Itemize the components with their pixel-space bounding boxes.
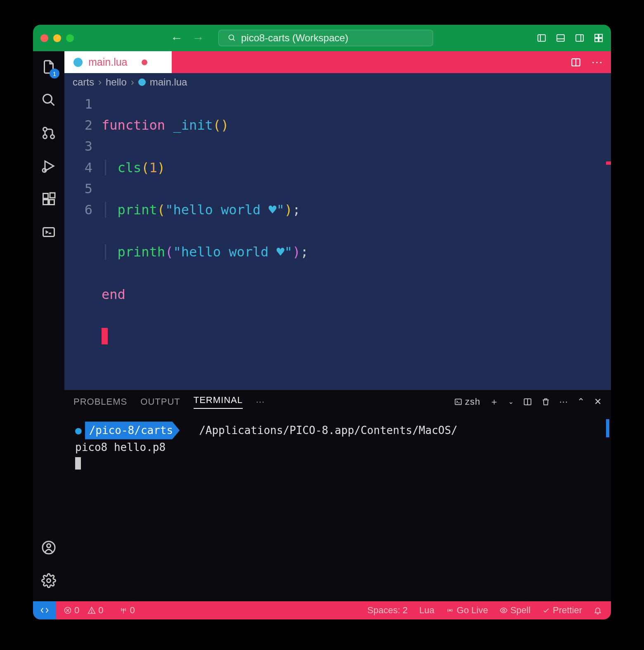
errors-count[interactable]: 0 [64, 605, 79, 616]
svg-point-27 [47, 579, 51, 583]
customize-layout-icon[interactable] [594, 33, 604, 43]
panel-maximize-button[interactable]: ⌃ [577, 396, 585, 407]
terminal-view[interactable]: ●/pico-8/carts /Applications/PICO-8.app/… [64, 413, 611, 601]
warnings-count[interactable]: 0 [88, 605, 103, 616]
panel-more-button[interactable]: ··· [559, 396, 568, 407]
settings-button[interactable] [41, 573, 56, 590]
lua-file-icon [73, 58, 83, 67]
accounts-button[interactable] [41, 540, 56, 557]
terminal-cursor [75, 457, 81, 470]
explorer-tab[interactable]: 1 [41, 59, 56, 76]
line-number: 4 [64, 157, 92, 178]
workbench-body: 1 [33, 51, 611, 601]
svg-point-0 [229, 35, 234, 40]
broadcast-icon [446, 606, 454, 614]
split-terminal-icon[interactable] [523, 397, 532, 406]
svg-rect-8 [595, 34, 598, 38]
dirty-indicator-icon [142, 59, 147, 65]
nav-back-button[interactable]: ← [170, 31, 183, 45]
prompt-path: /pico-8/carts [85, 422, 180, 439]
svg-point-42 [503, 610, 505, 612]
svg-line-1 [233, 39, 235, 41]
terminal-command-part: /Applications/PICO-8.app/Contents/MacOS/ [199, 424, 457, 436]
source-control-tab[interactable] [41, 126, 56, 142]
breadcrumb-seg[interactable]: main.lua [150, 76, 187, 88]
error-icon [64, 606, 72, 614]
split-editor-icon[interactable] [571, 57, 581, 68]
new-terminal-button[interactable]: ＋ [490, 396, 499, 408]
search-tab[interactable] [41, 93, 56, 109]
command-center[interactable]: pico8-carts (Workspace) [218, 30, 433, 46]
panel-close-button[interactable]: ✕ [594, 396, 602, 407]
svg-line-13 [51, 102, 54, 106]
layout-sidebar-left-icon[interactable] [537, 33, 547, 43]
svg-rect-30 [455, 399, 462, 404]
layout-sidebar-right-icon[interactable] [575, 33, 585, 43]
prompt-indicator-icon: ● [75, 424, 82, 436]
lua-file-icon [138, 78, 146, 86]
run-debug-tab[interactable] [41, 159, 56, 175]
go-live-button[interactable]: Go Live [446, 605, 488, 616]
breadcrumb[interactable]: carts › hello › main.lua [64, 73, 611, 91]
svg-rect-9 [599, 34, 602, 38]
minimize-window-button[interactable] [53, 34, 61, 42]
editor-cursor [102, 328, 108, 344]
svg-rect-21 [50, 200, 54, 205]
code-editor[interactable]: 1 2 3 4 5 6 function _init() │ cls(1) │ … [64, 91, 611, 390]
line-gutter: 1 2 3 4 5 6 [64, 91, 102, 390]
titlebar-right [537, 33, 604, 43]
terminal-dropdown-button[interactable]: ⌄ [508, 398, 514, 406]
tab-label: main.lua [88, 56, 128, 68]
panel-tab-terminal[interactable]: TERMINAL [194, 395, 243, 409]
nav-forward-button[interactable]: → [192, 31, 204, 45]
svg-point-38 [91, 612, 92, 613]
spaces-indicator[interactable]: Spaces: 2 [367, 605, 408, 616]
tab-actions: ⋯ [571, 51, 611, 73]
panel-tab-problems[interactable]: PROBLEMS [73, 396, 127, 407]
eye-icon [500, 606, 508, 614]
svg-rect-4 [557, 35, 564, 41]
svg-point-15 [51, 135, 54, 139]
svg-rect-22 [50, 193, 55, 198]
radio-tower-icon [119, 606, 128, 614]
breadcrumb-seg[interactable]: carts [73, 76, 94, 88]
tab-main-lua[interactable]: main.lua [64, 51, 172, 73]
status-bar: 0 0 0 Spaces: 2 Lua Go Live Spell [33, 601, 611, 619]
remote-explorer-tab[interactable] [41, 225, 56, 241]
nav-arrows: ← → [170, 31, 204, 45]
line-number: 5 [64, 178, 92, 199]
panel-tab-output[interactable]: OUTPUT [140, 396, 180, 407]
svg-point-16 [43, 135, 47, 139]
bell-icon[interactable] [594, 606, 602, 614]
editor-column: main.lua ⋯ carts › hello › main.lua [64, 51, 611, 601]
breadcrumb-seg[interactable]: hello [106, 76, 127, 88]
spell-button[interactable]: Spell [500, 605, 530, 616]
ports-count[interactable]: 0 [119, 605, 135, 616]
language-mode[interactable]: Lua [419, 605, 435, 616]
svg-point-39 [123, 609, 124, 610]
svg-point-14 [43, 128, 47, 131]
zoom-window-button[interactable] [66, 34, 74, 42]
svg-rect-19 [43, 194, 48, 199]
close-window-button[interactable] [40, 34, 48, 42]
check-icon [542, 606, 550, 614]
layout-panel-icon[interactable] [556, 33, 566, 43]
terminal-shell-picker[interactable]: zsh [454, 396, 480, 407]
code-content[interactable]: function _init() │ cls(1) │ print("hello… [102, 91, 308, 390]
window-controls [40, 34, 74, 42]
svg-point-12 [43, 95, 52, 103]
terminal-scrollbar[interactable] [606, 419, 609, 437]
chevron-right-icon: › [131, 76, 134, 88]
svg-rect-23 [43, 228, 54, 237]
panel-tab-more[interactable]: ··· [256, 396, 265, 407]
extensions-tab[interactable] [41, 192, 56, 208]
prettier-button[interactable]: Prettier [542, 605, 582, 616]
terminal-command-part: pico8 hello.p8 [75, 439, 600, 455]
svg-rect-20 [43, 200, 48, 205]
tab-more-button[interactable]: ⋯ [591, 55, 603, 69]
svg-rect-2 [538, 35, 545, 41]
trash-icon[interactable] [541, 397, 550, 406]
remote-button[interactable] [33, 601, 56, 619]
terminal-icon [454, 398, 462, 406]
svg-point-26 [47, 544, 51, 548]
